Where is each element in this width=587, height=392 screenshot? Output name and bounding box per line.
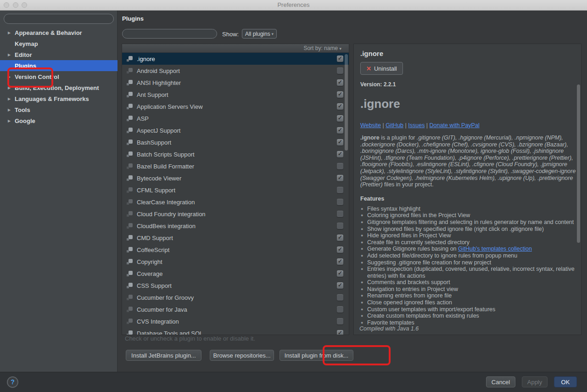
plugin-enabled-checkbox[interactable] <box>337 67 343 74</box>
feature-item: ●Custom user templates with import/expor… <box>360 306 576 313</box>
plugins-search-input[interactable] <box>122 29 217 39</box>
plugin-enabled-checkbox[interactable] <box>337 187 343 193</box>
sort-by-header[interactable]: Sort by: name ▾ <box>122 44 349 53</box>
plugin-row[interactable]: ClearCase Integration <box>122 196 349 208</box>
description-pre: is a plugin for <box>380 134 417 141</box>
plugin-list: Sort by: name ▾ .ignoreAndroid SupportAN… <box>122 44 349 335</box>
plugin-row[interactable]: ANSI Highlighter <box>122 77 349 89</box>
plugin-row[interactable]: Cucumber for Groovy <box>122 291 349 303</box>
sidebar-item-plugins[interactable]: Plugins <box>0 60 117 71</box>
plugin-detail-name: .ignore <box>360 50 575 57</box>
plugin-row[interactable]: .ignore <box>122 53 349 65</box>
plugin-row[interactable]: Bytecode Viewer <box>122 172 349 184</box>
install-plugin-from-disk-button[interactable]: Install plugin from disk... <box>280 350 353 361</box>
install-jetbrains-plugin-button[interactable]: Install JetBrains plugin... <box>126 350 201 361</box>
feature-item: ●Add selected file/directory to ignore r… <box>360 252 576 259</box>
plugin-row[interactable]: Application Servers View <box>122 101 349 112</box>
plugin-enabled-checkbox[interactable] <box>337 330 343 335</box>
plugin-enabled-checkbox[interactable] <box>337 306 343 313</box>
description-post: files in your project. <box>383 181 434 188</box>
help-button[interactable]: ? <box>7 376 18 388</box>
chevron-down-icon: ▾ <box>271 32 274 36</box>
plugin-row[interactable]: AspectJ Support <box>122 124 349 136</box>
sidebar-item-editor[interactable]: ▶Editor <box>0 49 117 60</box>
plugin-link[interactable]: Issues <box>408 122 425 129</box>
bullet-icon: ● <box>361 266 363 273</box>
plugin-enabled-checkbox[interactable] <box>337 235 343 241</box>
zoom-window-icon[interactable] <box>22 2 27 8</box>
plugin-enabled-checkbox[interactable] <box>337 56 343 62</box>
plugin-row[interactable]: Copyright <box>122 256 349 268</box>
plugin-row[interactable]: Batch Scripts Support <box>122 148 349 160</box>
plugin-name: CVS Integration <box>137 318 179 325</box>
plugin-enabled-checkbox[interactable] <box>337 127 343 134</box>
plugin-enabled-checkbox[interactable] <box>337 91 343 98</box>
plugin-icon <box>127 223 133 229</box>
plugin-enabled-checkbox[interactable] <box>337 115 343 122</box>
minimize-window-icon[interactable] <box>13 2 18 8</box>
close-window-icon[interactable] <box>4 2 9 8</box>
expand-arrow-icon[interactable]: ▶ <box>8 97 12 101</box>
expand-arrow-icon[interactable]: ▶ <box>8 31 12 35</box>
plugin-row[interactable]: BashSupport <box>122 136 349 148</box>
plugin-enabled-checkbox[interactable] <box>337 151 343 157</box>
plugin-row[interactable]: Database Tools and SQL <box>122 327 349 335</box>
expand-arrow-icon[interactable]: ▶ <box>8 86 12 90</box>
sidebar-item-google[interactable]: ▶Google <box>0 115 117 126</box>
plugin-enabled-checkbox[interactable] <box>337 211 343 217</box>
feature-link[interactable]: GitHub's templates collection <box>458 246 532 252</box>
plugin-row[interactable]: CFML Support <box>122 184 349 196</box>
ok-button[interactable]: OK <box>554 376 577 387</box>
plugin-row[interactable]: ASP <box>122 112 349 124</box>
plugin-link[interactable]: GitHub <box>386 122 403 129</box>
plugin-list-scrollbar[interactable] <box>345 54 348 151</box>
sidebar-item-version-control[interactable]: ▶Version Control <box>0 71 117 82</box>
plugin-icon <box>127 163 133 169</box>
sidebar-item-languages-frameworks[interactable]: ▶Languages & Frameworks <box>0 93 117 104</box>
sidebar-item-tools[interactable]: ▶Tools <box>0 104 117 115</box>
plugin-row[interactable]: CloudBees integration <box>122 220 349 232</box>
plugin-enabled-checkbox[interactable] <box>337 223 343 229</box>
plugin-enabled-checkbox[interactable] <box>337 199 343 205</box>
sidebar-item-keymap[interactable]: Keymap <box>0 38 117 49</box>
sidebar-item-build-execution-deployment[interactable]: ▶Build, Execution, Deployment <box>0 82 117 93</box>
show-filter-combobox[interactable]: All plugins ▾ <box>242 29 277 39</box>
plugin-row[interactable]: Ant Support <box>122 89 349 101</box>
plugin-row[interactable]: Cloud Foundry integration <box>122 208 349 220</box>
plugin-enabled-checkbox[interactable] <box>337 139 343 146</box>
plugin-enabled-checkbox[interactable] <box>337 294 343 301</box>
plugin-enabled-checkbox[interactable] <box>337 246 343 253</box>
plugin-row[interactable]: Coverage <box>122 268 349 280</box>
plugin-row[interactable]: CVS Integration <box>122 315 349 327</box>
sidebar-item-appearance-behavior[interactable]: ▶Appearance & Behavior <box>0 27 117 38</box>
expand-arrow-icon[interactable]: ▶ <box>8 75 12 79</box>
apply-button[interactable]: Apply <box>522 376 548 387</box>
plugin-name: CSS Support <box>137 282 172 289</box>
plugin-name: Database Tools and SQL <box>137 330 203 336</box>
plugin-link[interactable]: Website <box>360 122 381 129</box>
expand-arrow-icon[interactable]: ▶ <box>8 53 12 57</box>
plugin-row[interactable]: CoffeeScript <box>122 244 349 256</box>
plugin-enabled-checkbox[interactable] <box>337 282 343 289</box>
cancel-button[interactable]: Cancel <box>486 376 515 387</box>
plugin-row[interactable]: Android Support <box>122 65 349 77</box>
settings-search-input[interactable] <box>4 14 114 24</box>
plugin-enabled-checkbox[interactable] <box>337 79 343 86</box>
plugin-enabled-checkbox[interactable] <box>337 258 343 265</box>
sidebar-item-label: Keymap <box>15 40 38 47</box>
plugin-row[interactable]: CMD Support <box>122 232 349 244</box>
expand-arrow-icon[interactable]: ▶ <box>8 119 12 123</box>
details-scrollbar[interactable] <box>577 84 580 243</box>
plugin-enabled-checkbox[interactable] <box>337 270 343 277</box>
plugin-link[interactable]: Donate with PayPal <box>430 122 480 129</box>
plugin-row[interactable]: CSS Support <box>122 280 349 291</box>
plugin-enabled-checkbox[interactable] <box>337 163 343 169</box>
plugin-row[interactable]: Bazel Build Formatter <box>122 160 349 172</box>
browse-repositories-button[interactable]: Browse repositories... <box>210 350 274 361</box>
uninstall-button[interactable]: ✕ Uninstall <box>360 62 403 75</box>
expand-arrow-icon[interactable]: ▶ <box>8 108 12 112</box>
plugin-enabled-checkbox[interactable] <box>337 318 343 325</box>
plugin-row[interactable]: Cucumber for Java <box>122 303 349 315</box>
plugin-enabled-checkbox[interactable] <box>337 175 343 181</box>
plugin-enabled-checkbox[interactable] <box>337 103 343 110</box>
